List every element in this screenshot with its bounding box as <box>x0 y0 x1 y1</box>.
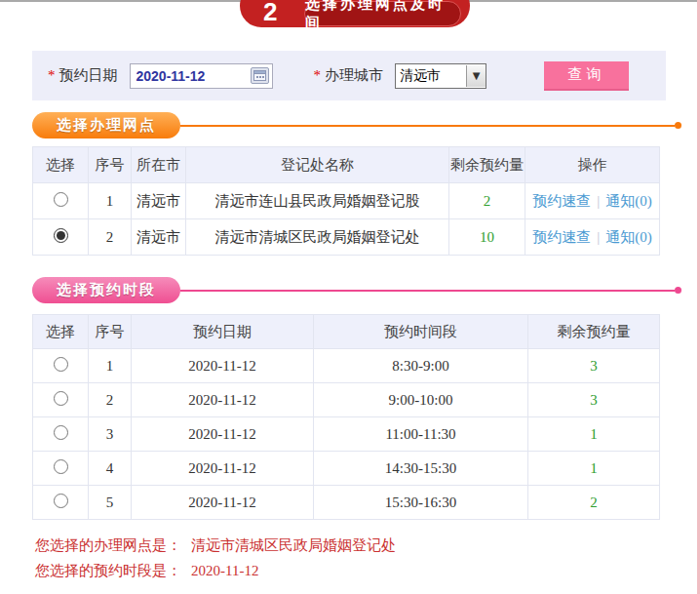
date-input[interactable]: 2020-11-12 <box>130 63 273 89</box>
slot-no-cell: 4 <box>89 452 132 486</box>
slot-radio[interactable] <box>54 459 68 474</box>
site-section-header: 选择办理网点 <box>32 112 681 139</box>
site-radio[interactable] <box>54 228 68 243</box>
slot-time-cell: 11:00-11:30 <box>314 417 528 452</box>
column-header-select: 选择 <box>33 147 89 183</box>
slot-remaining-cell: 3 <box>528 349 660 383</box>
calendar-icon[interactable] <box>251 67 269 84</box>
summary-site-value: 清远市清城区民政局婚姻登记处 <box>191 537 396 553</box>
calendar-icon-glyph <box>253 70 266 81</box>
required-asterisk: * <box>48 67 56 84</box>
city-select-value: 清远市 <box>396 67 466 85</box>
site-table-row: 1 清远市 清远市连山县民政局婚姻登记股 2 预约速查|通知(0) <box>33 183 660 219</box>
site-actions-cell: 预约速查|通知(0) <box>525 219 660 256</box>
chevron-down-icon[interactable]: ▼ <box>466 65 486 87</box>
site-actions-cell: 预约速查|通知(0) <box>525 183 660 219</box>
slot-select-cell <box>33 349 89 383</box>
slot-time-cell: 15:30-16:30 <box>314 486 528 520</box>
step-banner-title: 选择办理网点及时间 <box>304 1 461 26</box>
slot-remaining-cell: 3 <box>528 383 660 417</box>
slot-table-row: 1 2020-11-12 8:30-9:00 3 <box>33 349 660 383</box>
site-table-row: 2 清远市 清远市清城区民政局婚姻登记处 10 预约速查|通知(0) <box>33 219 660 256</box>
summary-time-label: 您选择的预约时段是： <box>35 563 181 578</box>
summary-site-label: 您选择的办理网点是： <box>35 537 181 553</box>
slot-time-cell: 14:30-15:30 <box>314 452 528 486</box>
date-value: 2020-11-12 <box>136 68 206 84</box>
site-name-cell: 清远市连山县民政局婚姻登记股 <box>186 183 449 219</box>
slot-date-cell: 2020-11-12 <box>132 452 314 486</box>
selection-summary: 您选择的办理网点是：清远市清城区民政局婚姻登记处 您选择的预约时段是：2020-… <box>35 533 396 583</box>
date-label: 预约日期 <box>59 66 118 85</box>
slot-time-cell: 8:30-9:00 <box>314 349 528 383</box>
slot-select-cell <box>33 452 89 486</box>
column-header-date: 预约日期 <box>132 315 314 349</box>
slot-date-cell: 2020-11-12 <box>132 486 314 520</box>
slot-remaining-cell: 1 <box>528 452 660 486</box>
site-table-header-row: 选择 序号 所在市 登记处名称 剩余预约量 操作 <box>33 147 660 183</box>
query-form: * 预约日期 2020-11-12 * 办理城市 清远市 ▼ 查询 <box>32 51 666 100</box>
site-select-cell <box>33 219 89 256</box>
quick-check-link[interactable]: 预约速查 <box>532 229 591 245</box>
slot-no-cell: 5 <box>89 486 132 520</box>
slot-section-header: 选择预约时段 <box>32 277 681 303</box>
appointment-page: 2 选择办理网点及时间 * 预约日期 2020-11-12 * 办理城市 清远市… <box>0 0 700 594</box>
notice-link[interactable]: 通知(0) <box>605 193 652 209</box>
summary-time-value: 2020-11-12 <box>191 563 258 578</box>
link-separator: | <box>597 229 600 245</box>
link-separator: | <box>597 193 600 209</box>
column-header-remaining: 剩余预约量 <box>449 147 525 183</box>
column-header-select: 选择 <box>33 315 89 349</box>
slot-radio[interactable] <box>54 425 68 440</box>
city-label: 办理城市 <box>325 66 383 85</box>
slot-section-badge: 选择预约时段 <box>32 277 180 303</box>
slot-table-row: 4 2020-11-12 14:30-15:30 1 <box>33 452 660 486</box>
slot-radio[interactable] <box>54 357 68 372</box>
site-section-badge: 选择办理网点 <box>32 112 180 139</box>
site-section-line-dot <box>675 122 681 129</box>
column-header-actions: 操作 <box>525 147 660 183</box>
slot-date-cell: 2020-11-12 <box>132 383 314 417</box>
slot-remaining-cell: 1 <box>528 417 660 452</box>
slot-no-cell: 2 <box>89 383 132 417</box>
slot-date-cell: 2020-11-12 <box>132 349 314 383</box>
column-header-no: 序号 <box>89 315 132 349</box>
site-city-cell: 清远市 <box>132 219 186 256</box>
slot-table-row: 2 2020-11-12 9:00-10:00 3 <box>33 383 660 417</box>
site-remaining-cell: 2 <box>449 183 525 219</box>
city-select[interactable]: 清远市 ▼ <box>395 63 486 89</box>
step-banner: 2 选择办理网点及时间 <box>240 0 470 27</box>
column-header-time: 预约时间段 <box>314 315 528 349</box>
slot-date-cell: 2020-11-12 <box>132 417 314 452</box>
slot-no-cell: 3 <box>89 417 132 452</box>
site-city-cell: 清远市 <box>132 183 186 219</box>
slot-remaining-cell: 2 <box>528 486 660 520</box>
site-no-cell: 2 <box>89 219 132 256</box>
site-remaining-cell: 10 <box>449 219 525 256</box>
query-button[interactable]: 查询 <box>544 61 629 91</box>
column-header-city: 所在市 <box>132 147 186 183</box>
column-header-registry-name: 登记处名称 <box>186 147 449 183</box>
step-number: 2 <box>263 0 277 27</box>
site-name-cell: 清远市清城区民政局婚姻登记处 <box>186 219 449 256</box>
site-table: 选择 序号 所在市 登记处名称 剩余预约量 操作 1 清远市 清远市连山县民政局… <box>32 146 660 256</box>
summary-time-line: 您选择的预约时段是：2020-11-12 <box>35 558 396 583</box>
site-select-cell <box>33 183 89 219</box>
slot-no-cell: 1 <box>89 349 132 383</box>
notice-link[interactable]: 通知(0) <box>605 229 652 245</box>
slot-radio[interactable] <box>54 494 68 508</box>
slot-table-row: 3 2020-11-12 11:00-11:30 1 <box>33 417 660 452</box>
required-asterisk: * <box>314 67 322 84</box>
column-header-no: 序号 <box>89 147 132 183</box>
slot-table-row: 5 2020-11-12 15:30-16:30 2 <box>33 486 660 520</box>
summary-site-line: 您选择的办理网点是：清远市清城区民政局婚姻登记处 <box>35 533 396 558</box>
slot-table-header-row: 选择 序号 预约日期 预约时间段 剩余预约量 <box>33 315 660 349</box>
site-radio[interactable] <box>54 192 68 207</box>
slot-radio[interactable] <box>54 391 68 406</box>
slot-select-cell <box>33 383 89 417</box>
quick-check-link[interactable]: 预约速查 <box>532 193 591 209</box>
slot-time-cell: 9:00-10:00 <box>314 383 528 417</box>
slot-table: 选择 序号 预约日期 预约时间段 剩余预约量 1 2020-11-12 8:30… <box>32 314 660 520</box>
slot-section-line <box>180 290 675 292</box>
column-header-remaining: 剩余预约量 <box>528 315 660 349</box>
slot-section-line-dot <box>675 287 681 294</box>
